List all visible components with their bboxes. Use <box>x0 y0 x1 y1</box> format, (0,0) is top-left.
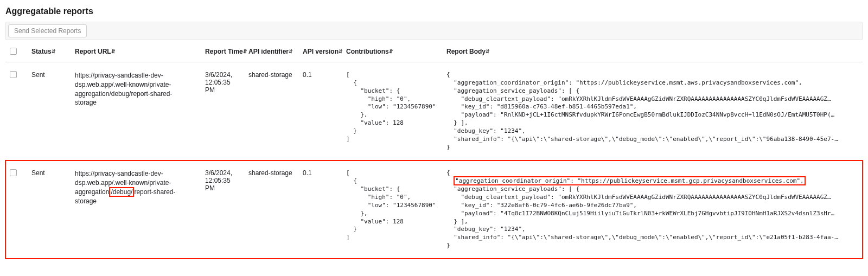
sort-icon: ⇵ <box>486 49 490 54</box>
table-row: Senthttps://privacy-sandcastle-dev-dsp.w… <box>5 161 863 259</box>
table-header-row: Status⇵ Report URL⇵ Report Time⇵ API ide… <box>5 42 863 62</box>
report-time-cell: 3/6/2024, 12:05:35 PM <box>201 161 244 259</box>
contributions-cell: [ { "bucket": { "high": "0", "low": "123… <box>342 161 442 259</box>
contributions-cell: [ { "bucket": { "high": "0", "low": "123… <box>342 62 442 161</box>
toolbar: Send Selected Reports <box>5 22 863 40</box>
api-identifier-cell: shared-storage <box>244 161 298 259</box>
report-url-cell: https://privacy-sandcastle-dev-dsp.web.a… <box>71 161 201 259</box>
sort-icon: ⇵ <box>289 49 293 54</box>
row-checkbox[interactable] <box>10 169 17 176</box>
report-url-cell: https://privacy-sandcastle-dev-dsp.web.a… <box>71 62 201 161</box>
sort-icon: ⇵ <box>111 49 116 54</box>
col-time[interactable]: Report Time⇵ <box>201 42 244 62</box>
sort-icon: ⇵ <box>243 49 247 54</box>
row-checkbox[interactable] <box>10 71 17 78</box>
sort-icon: ⇵ <box>52 49 56 54</box>
status-cell: Sent <box>27 62 71 161</box>
report-body-cell: { "aggregation_coordinator_origin": "htt… <box>442 161 863 259</box>
api-version-cell: 0.1 <box>298 62 342 161</box>
select-all-checkbox[interactable] <box>10 48 17 55</box>
col-url[interactable]: Report URL⇵ <box>71 42 201 62</box>
report-body-cell: { "aggregation_coordinator_origin": "htt… <box>442 62 863 161</box>
report-time-cell: 3/6/2024, 12:05:35 PM <box>201 62 244 161</box>
col-ver[interactable]: API version⇵ <box>298 42 342 62</box>
status-cell: Sent <box>27 161 71 259</box>
reports-table: Status⇵ Report URL⇵ Report Time⇵ API ide… <box>5 42 863 259</box>
col-body[interactable]: Report Body⇵ <box>442 42 863 62</box>
col-api[interactable]: API identifier⇵ <box>244 42 298 62</box>
table-row: Senthttps://privacy-sandcastle-dev-dsp.w… <box>5 62 863 161</box>
col-contrib[interactable]: Contributions⇵ <box>342 42 442 62</box>
highlight-box: "aggregation_coordinator_origin": "https… <box>454 176 805 185</box>
page-title: Aggregatable reports <box>5 7 863 16</box>
sort-icon: ⇵ <box>339 49 343 54</box>
send-selected-button[interactable]: Send Selected Reports <box>8 24 87 37</box>
sort-icon: ⇵ <box>389 49 393 54</box>
api-version-cell: 0.1 <box>298 161 342 259</box>
api-identifier-cell: shared-storage <box>244 62 298 161</box>
highlight-box: /debug/ <box>109 187 134 197</box>
col-status[interactable]: Status⇵ <box>27 42 71 62</box>
